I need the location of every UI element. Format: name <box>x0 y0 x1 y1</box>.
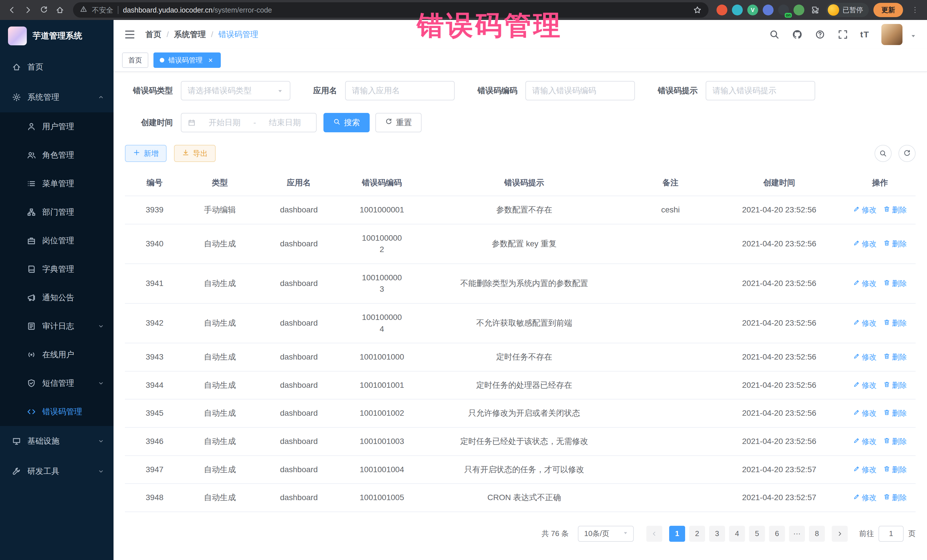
column-header[interactable]: 错误码提示 <box>421 170 627 196</box>
forward-icon[interactable] <box>21 3 35 17</box>
edit-link[interactable]: 修改 <box>853 408 877 419</box>
column-header[interactable]: 备注 <box>627 170 714 196</box>
toggle-search-button[interactable] <box>874 145 892 162</box>
back-icon[interactable] <box>5 3 20 17</box>
extensions-puzzle-icon[interactable] <box>808 3 823 17</box>
edit-link[interactable]: 修改 <box>853 464 877 475</box>
cell-code: 1001000002 <box>342 224 421 264</box>
error-hint-input[interactable]: 请输入错误码提示 <box>706 81 815 100</box>
sidebar-item[interactable]: 短信管理 <box>0 369 114 398</box>
tab-0[interactable]: 首页 <box>122 52 148 68</box>
reload-icon[interactable] <box>36 3 51 17</box>
sidebar-item[interactable]: 在线用户 <box>0 340 114 369</box>
add-button[interactable]: 新增 <box>125 145 167 162</box>
column-header[interactable]: 应用名 <box>255 170 342 196</box>
column-header[interactable]: 错误码编码 <box>342 170 421 196</box>
sidebar-item[interactable]: 角色管理 <box>0 141 114 169</box>
delete-link[interactable]: 删除 <box>883 464 907 475</box>
bookmark-star-icon[interactable] <box>693 6 702 14</box>
error-type-select[interactable]: 请选择错误码类型 <box>181 81 290 100</box>
goto-page-input[interactable]: 1 <box>878 526 904 542</box>
sidebar-item[interactable]: 基础设施 <box>0 426 114 456</box>
column-header[interactable]: 创建时间 <box>714 170 844 196</box>
sidebar-item[interactable]: 部门管理 <box>0 198 114 226</box>
delete-link[interactable]: 删除 <box>883 318 907 329</box>
sidebar-item[interactable]: 岗位管理 <box>0 226 114 255</box>
sidebar-item[interactable]: 用户管理 <box>0 112 114 141</box>
delete-link[interactable]: 删除 <box>883 352 907 363</box>
breadcrumb-item[interactable]: 首页 <box>146 29 161 40</box>
cell-app: dashboard <box>255 343 342 371</box>
page-button-5[interactable]: 5 <box>749 526 765 542</box>
extension-icon[interactable]: on <box>778 5 789 15</box>
sidebar-item[interactable]: 系统管理 <box>0 82 114 112</box>
sidebar-item[interactable]: 错误码管理 <box>0 398 114 426</box>
delete-link[interactable]: 删除 <box>883 205 907 216</box>
next-page-button[interactable] <box>832 526 848 542</box>
column-header[interactable]: 操作 <box>844 170 916 196</box>
sms-icon <box>27 379 36 388</box>
refresh-table-button[interactable] <box>898 145 916 162</box>
edit-link[interactable]: 修改 <box>853 205 877 216</box>
page-button-1[interactable]: 1 <box>669 526 685 542</box>
page-button-2[interactable]: 2 <box>689 526 705 542</box>
extension-icon[interactable]: V <box>747 5 758 15</box>
page-size-select[interactable]: 10条/页 <box>578 526 634 542</box>
prev-page-button[interactable] <box>646 526 662 542</box>
column-header[interactable]: 编号 <box>125 170 184 196</box>
close-icon[interactable]: × <box>207 56 214 64</box>
github-icon[interactable] <box>792 29 802 40</box>
tab-1[interactable]: 错误码管理× <box>153 52 221 68</box>
extension-icon[interactable] <box>793 5 804 15</box>
edit-link[interactable]: 修改 <box>853 318 877 329</box>
export-button[interactable]: 导出 <box>174 145 216 162</box>
sidebar-item[interactable]: 首页 <box>0 52 114 82</box>
edit-link[interactable]: 修改 <box>853 436 877 447</box>
header-row: 编号类型应用名错误码编码错误码提示备注创建时间操作 <box>125 170 916 196</box>
edit-link[interactable]: 修改 <box>853 380 877 391</box>
delete-link[interactable]: 删除 <box>883 278 907 289</box>
sidebar-item[interactable]: 字典管理 <box>0 255 114 284</box>
font-size-icon[interactable]: tT <box>860 30 869 39</box>
search-icon[interactable] <box>769 29 780 40</box>
page-button-6[interactable]: 6 <box>769 526 785 542</box>
search-button[interactable]: 搜索 <box>324 113 370 132</box>
extension-icon[interactable] <box>763 5 774 15</box>
cell-type: 自动生成 <box>184 371 255 399</box>
page-button-3[interactable]: 3 <box>709 526 725 542</box>
profile-paused-badge[interactable]: 已暂停 <box>826 3 869 17</box>
delete-link[interactable]: 删除 <box>883 436 907 447</box>
app-name-input[interactable]: 请输入应用名 <box>345 81 454 100</box>
page-button-8[interactable]: 8 <box>809 526 825 542</box>
browser-menu-icon[interactable] <box>907 3 922 17</box>
chevron-down-icon[interactable] <box>910 31 917 38</box>
column-header[interactable]: 类型 <box>184 170 255 196</box>
edit-link[interactable]: 修改 <box>853 239 877 249</box>
error-code-input[interactable]: 请输入错误码编码 <box>526 81 635 100</box>
sidebar-item[interactable]: 通知公告 <box>0 284 114 312</box>
page-button-4[interactable]: 4 <box>729 526 745 542</box>
breadcrumb-item[interactable]: 系统管理 <box>174 29 206 40</box>
delete-link[interactable]: 删除 <box>883 380 907 391</box>
address-bar[interactable]: 不安全 dashboard.yudao.iocoder.cn/system/er… <box>73 2 708 18</box>
delete-link[interactable]: 删除 <box>883 492 907 503</box>
reset-button[interactable]: 重置 <box>375 113 422 132</box>
browser-update-button[interactable]: 更新 <box>873 3 903 17</box>
edit-link[interactable]: 修改 <box>853 278 877 289</box>
extension-icon[interactable] <box>732 5 743 15</box>
browser-home-icon[interactable] <box>53 3 67 17</box>
edit-link[interactable]: 修改 <box>853 352 877 363</box>
user-avatar[interactable] <box>881 24 903 45</box>
edit-link[interactable]: 修改 <box>853 492 877 503</box>
page-ellipsis[interactable]: ··· <box>789 526 805 542</box>
fullscreen-icon[interactable] <box>837 29 848 40</box>
sidebar-item[interactable]: 审计日志 <box>0 312 114 340</box>
delete-link[interactable]: 删除 <box>883 239 907 249</box>
delete-link[interactable]: 删除 <box>883 408 907 419</box>
hamburger-icon[interactable] <box>124 29 136 41</box>
extension-icon[interactable] <box>716 5 727 15</box>
sidebar-item[interactable]: 研发工具 <box>0 456 114 486</box>
create-time-range-picker[interactable]: 开始日期 - 结束日期 <box>181 113 317 132</box>
help-icon[interactable] <box>815 29 825 40</box>
sidebar-item[interactable]: 菜单管理 <box>0 169 114 198</box>
